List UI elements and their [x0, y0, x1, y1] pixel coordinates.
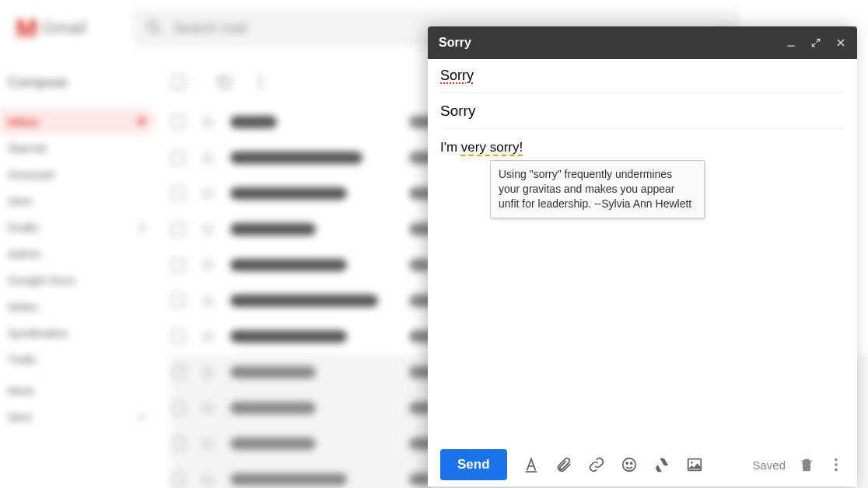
gmail-logo[interactable]: M Gmail	[16, 13, 86, 44]
formatting-icon[interactable]	[523, 456, 540, 473]
row-checkbox[interactable]	[171, 437, 185, 451]
star-icon[interactable]	[201, 258, 215, 272]
unread-dot-icon	[138, 118, 145, 124]
link-icon[interactable]	[588, 456, 605, 473]
compose-body[interactable]: I'm very sorry! Using "sorry" frequently…	[428, 129, 857, 443]
star-icon[interactable]	[201, 186, 215, 200]
gmail-wordmark: Gmail	[41, 18, 86, 38]
drive-icon[interactable]	[653, 456, 670, 473]
search-placeholder: Search mail	[173, 20, 247, 37]
compose-footer: Send Saved	[428, 443, 857, 486]
svg-point-26	[835, 463, 838, 466]
row-checkbox[interactable]	[171, 294, 185, 308]
svg-marker-14	[202, 438, 214, 449]
row-checkbox[interactable]	[171, 329, 185, 343]
svg-marker-15	[202, 474, 214, 485]
svg-marker-11	[202, 331, 214, 342]
svg-marker-8	[202, 224, 214, 235]
subject-field[interactable]: Sorry	[440, 93, 845, 129]
svg-point-2	[259, 76, 262, 79]
compose-window: Sorry Sorry Sorry I'm very sorry! Using …	[428, 26, 857, 486]
sidebar-item-more[interactable]: More	[0, 377, 156, 403]
row-checkbox[interactable]	[171, 115, 185, 129]
row-checkbox[interactable]	[171, 222, 185, 236]
fullscreen-icon[interactable]	[810, 37, 821, 48]
star-icon[interactable]	[201, 437, 215, 451]
star-icon[interactable]	[201, 365, 215, 379]
row-checkbox[interactable]	[171, 472, 185, 486]
sidebar-item-syndication[interactable]: Syndication	[0, 319, 156, 346]
sidebar-item-inbox[interactable]: Inbox	[0, 108, 156, 134]
sidebar-item-snoozed[interactable]: Snoozed	[0, 161, 156, 187]
sidebar-item-drafts[interactable]: Drafts1	[0, 214, 156, 240]
saved-label: Saved	[752, 458, 786, 472]
star-icon[interactable]	[201, 401, 215, 415]
svg-point-3	[259, 81, 262, 84]
minimize-icon[interactable]	[786, 37, 796, 48]
star-icon[interactable]	[201, 294, 215, 308]
send-button[interactable]: Send	[440, 449, 507, 480]
warning-tooltip: Using "sorry" frequently undermines your…	[490, 160, 705, 218]
star-icon[interactable]	[201, 151, 215, 165]
select-all-checkbox[interactable]	[171, 75, 185, 89]
search-icon	[145, 19, 163, 37]
svg-marker-6	[202, 152, 214, 163]
sidebar-item-sent2[interactable]: Sent+	[0, 403, 156, 430]
svg-marker-9	[202, 260, 214, 270]
compose-window-title: Sorry	[439, 36, 471, 50]
svg-rect-16	[787, 46, 794, 47]
star-icon[interactable]	[201, 472, 215, 486]
compose-button[interactable]: Compose	[0, 65, 156, 108]
svg-point-20	[622, 458, 635, 472]
row-checkbox[interactable]	[171, 258, 185, 272]
subject-value: Sorry	[440, 103, 475, 120]
svg-point-21	[626, 462, 628, 464]
svg-line-1	[156, 30, 160, 34]
svg-point-0	[148, 22, 158, 32]
sidebar-item-trello[interactable]: Trello	[0, 346, 156, 372]
app-root: M Gmail Search mail Compose Inbox Starre…	[0, 0, 868, 488]
to-field[interactable]: Sorry	[440, 59, 845, 93]
row-checkbox[interactable]	[171, 401, 185, 415]
more-vert-icon[interactable]	[252, 74, 269, 91]
body-text-highlight: very sorry!	[461, 140, 523, 155]
star-icon[interactable]	[201, 329, 215, 343]
refresh-icon[interactable]	[216, 74, 233, 91]
sidebar-item-starred[interactable]: Starred	[0, 134, 156, 161]
trash-icon[interactable]	[798, 456, 815, 473]
sidebar-item-notes[interactable]: Notes	[0, 293, 156, 319]
svg-point-25	[835, 458, 838, 462]
row-checkbox[interactable]	[171, 186, 185, 200]
more-vert-icon[interactable]	[828, 456, 845, 473]
svg-marker-10	[202, 295, 214, 306]
image-icon[interactable]	[686, 456, 703, 473]
svg-marker-5	[202, 117, 214, 127]
sidebar-item-admin[interactable]: Admin	[0, 240, 156, 267]
star-icon[interactable]	[201, 115, 215, 129]
svg-point-24	[691, 462, 693, 464]
svg-point-4	[259, 86, 262, 89]
sidebar-item-googledocs[interactable]: Google Docs	[0, 267, 156, 293]
svg-marker-13	[202, 403, 214, 413]
compose-title-bar[interactable]: Sorry	[428, 26, 857, 59]
star-icon[interactable]	[201, 222, 215, 236]
svg-marker-7	[202, 188, 214, 199]
svg-marker-12	[202, 367, 214, 378]
attach-icon[interactable]	[555, 456, 572, 473]
emoji-icon[interactable]	[621, 456, 638, 473]
sidebar-item-sent[interactable]: Sent	[0, 187, 156, 214]
tooltip-text: Using "sorry" frequently undermines your…	[499, 168, 691, 210]
svg-point-27	[835, 469, 838, 472]
body-text-prefix: I'm	[440, 140, 461, 155]
sidebar: Compose Inbox Starred Snoozed Sent Draft…	[0, 56, 156, 488]
compose-fields: Sorry Sorry	[428, 59, 857, 129]
close-icon[interactable]	[835, 37, 846, 48]
row-checkbox[interactable]	[171, 151, 185, 165]
to-value: Sorry	[440, 68, 474, 84]
chevron-down-icon[interactable]	[190, 78, 198, 86]
row-checkbox[interactable]	[171, 365, 185, 379]
gmail-m-icon: M	[16, 13, 35, 44]
svg-point-22	[630, 462, 632, 464]
